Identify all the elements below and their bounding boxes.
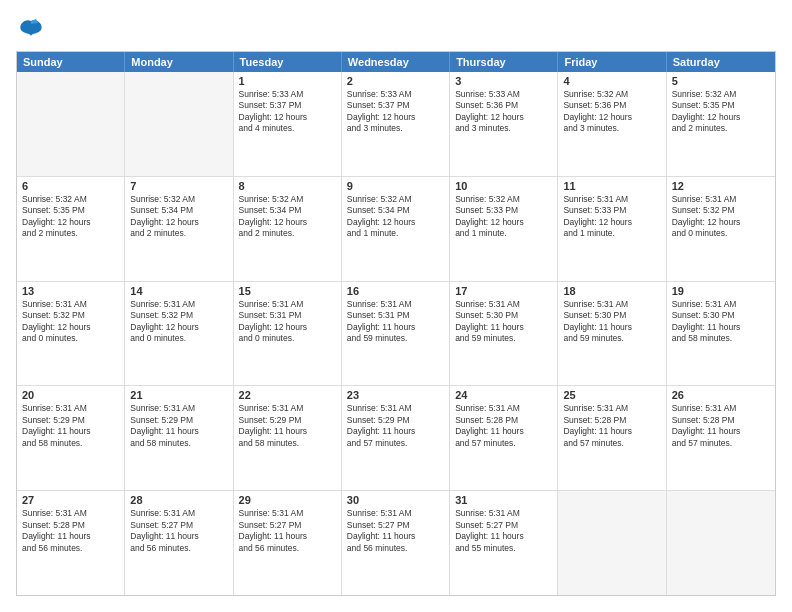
day-number: 25 xyxy=(563,389,660,401)
cell-text: Sunrise: 5:33 AM Sunset: 5:36 PM Dayligh… xyxy=(455,89,552,135)
day-number: 28 xyxy=(130,494,227,506)
calendar-cell: 29Sunrise: 5:31 AM Sunset: 5:27 PM Dayli… xyxy=(234,491,342,595)
day-number: 19 xyxy=(672,285,770,297)
calendar-cell: 10Sunrise: 5:32 AM Sunset: 5:33 PM Dayli… xyxy=(450,177,558,281)
logo-icon xyxy=(16,16,46,41)
day-number: 1 xyxy=(239,75,336,87)
day-number: 16 xyxy=(347,285,444,297)
header-day-friday: Friday xyxy=(558,52,666,72)
calendar: SundayMondayTuesdayWednesdayThursdayFrid… xyxy=(16,51,776,596)
day-number: 31 xyxy=(455,494,552,506)
cell-text: Sunrise: 5:31 AM Sunset: 5:31 PM Dayligh… xyxy=(239,299,336,345)
cell-text: Sunrise: 5:31 AM Sunset: 5:27 PM Dayligh… xyxy=(130,508,227,554)
cell-text: Sunrise: 5:31 AM Sunset: 5:30 PM Dayligh… xyxy=(455,299,552,345)
calendar-row-2: 13Sunrise: 5:31 AM Sunset: 5:32 PM Dayli… xyxy=(17,281,775,386)
day-number: 27 xyxy=(22,494,119,506)
calendar-cell: 9Sunrise: 5:32 AM Sunset: 5:34 PM Daylig… xyxy=(342,177,450,281)
cell-text: Sunrise: 5:31 AM Sunset: 5:29 PM Dayligh… xyxy=(347,403,444,449)
cell-text: Sunrise: 5:32 AM Sunset: 5:34 PM Dayligh… xyxy=(130,194,227,240)
cell-text: Sunrise: 5:32 AM Sunset: 5:34 PM Dayligh… xyxy=(347,194,444,240)
cell-text: Sunrise: 5:31 AM Sunset: 5:30 PM Dayligh… xyxy=(672,299,770,345)
cell-text: Sunrise: 5:32 AM Sunset: 5:36 PM Dayligh… xyxy=(563,89,660,135)
calendar-cell: 16Sunrise: 5:31 AM Sunset: 5:31 PM Dayli… xyxy=(342,282,450,386)
header-day-monday: Monday xyxy=(125,52,233,72)
cell-text: Sunrise: 5:31 AM Sunset: 5:29 PM Dayligh… xyxy=(239,403,336,449)
day-number: 22 xyxy=(239,389,336,401)
day-number: 6 xyxy=(22,180,119,192)
header-day-thursday: Thursday xyxy=(450,52,558,72)
day-number: 29 xyxy=(239,494,336,506)
calendar-cell xyxy=(125,72,233,176)
cell-text: Sunrise: 5:31 AM Sunset: 5:27 PM Dayligh… xyxy=(239,508,336,554)
calendar-cell: 31Sunrise: 5:31 AM Sunset: 5:27 PM Dayli… xyxy=(450,491,558,595)
day-number: 26 xyxy=(672,389,770,401)
calendar-cell: 11Sunrise: 5:31 AM Sunset: 5:33 PM Dayli… xyxy=(558,177,666,281)
calendar-cell: 26Sunrise: 5:31 AM Sunset: 5:28 PM Dayli… xyxy=(667,386,775,490)
cell-text: Sunrise: 5:31 AM Sunset: 5:33 PM Dayligh… xyxy=(563,194,660,240)
calendar-body: 1Sunrise: 5:33 AM Sunset: 5:37 PM Daylig… xyxy=(17,72,775,595)
cell-text: Sunrise: 5:31 AM Sunset: 5:27 PM Dayligh… xyxy=(455,508,552,554)
calendar-cell: 27Sunrise: 5:31 AM Sunset: 5:28 PM Dayli… xyxy=(17,491,125,595)
day-number: 10 xyxy=(455,180,552,192)
cell-text: Sunrise: 5:32 AM Sunset: 5:35 PM Dayligh… xyxy=(22,194,119,240)
cell-text: Sunrise: 5:31 AM Sunset: 5:28 PM Dayligh… xyxy=(563,403,660,449)
day-number: 7 xyxy=(130,180,227,192)
day-number: 15 xyxy=(239,285,336,297)
cell-text: Sunrise: 5:31 AM Sunset: 5:30 PM Dayligh… xyxy=(563,299,660,345)
calendar-cell xyxy=(667,491,775,595)
day-number: 23 xyxy=(347,389,444,401)
cell-text: Sunrise: 5:31 AM Sunset: 5:31 PM Dayligh… xyxy=(347,299,444,345)
calendar-cell: 19Sunrise: 5:31 AM Sunset: 5:30 PM Dayli… xyxy=(667,282,775,386)
calendar-cell: 14Sunrise: 5:31 AM Sunset: 5:32 PM Dayli… xyxy=(125,282,233,386)
calendar-cell: 21Sunrise: 5:31 AM Sunset: 5:29 PM Dayli… xyxy=(125,386,233,490)
calendar-cell: 5Sunrise: 5:32 AM Sunset: 5:35 PM Daylig… xyxy=(667,72,775,176)
cell-text: Sunrise: 5:31 AM Sunset: 5:32 PM Dayligh… xyxy=(672,194,770,240)
calendar-cell: 12Sunrise: 5:31 AM Sunset: 5:32 PM Dayli… xyxy=(667,177,775,281)
day-number: 9 xyxy=(347,180,444,192)
cell-text: Sunrise: 5:31 AM Sunset: 5:28 PM Dayligh… xyxy=(22,508,119,554)
day-number: 13 xyxy=(22,285,119,297)
cell-text: Sunrise: 5:31 AM Sunset: 5:27 PM Dayligh… xyxy=(347,508,444,554)
cell-text: Sunrise: 5:33 AM Sunset: 5:37 PM Dayligh… xyxy=(347,89,444,135)
cell-text: Sunrise: 5:31 AM Sunset: 5:32 PM Dayligh… xyxy=(22,299,119,345)
header-day-tuesday: Tuesday xyxy=(234,52,342,72)
calendar-cell: 6Sunrise: 5:32 AM Sunset: 5:35 PM Daylig… xyxy=(17,177,125,281)
calendar-row-0: 1Sunrise: 5:33 AM Sunset: 5:37 PM Daylig… xyxy=(17,72,775,176)
calendar-cell: 15Sunrise: 5:31 AM Sunset: 5:31 PM Dayli… xyxy=(234,282,342,386)
day-number: 4 xyxy=(563,75,660,87)
header xyxy=(16,16,776,41)
calendar-cell: 17Sunrise: 5:31 AM Sunset: 5:30 PM Dayli… xyxy=(450,282,558,386)
logo xyxy=(16,16,50,41)
calendar-cell: 28Sunrise: 5:31 AM Sunset: 5:27 PM Dayli… xyxy=(125,491,233,595)
calendar-row-1: 6Sunrise: 5:32 AM Sunset: 5:35 PM Daylig… xyxy=(17,176,775,281)
calendar-header: SundayMondayTuesdayWednesdayThursdayFrid… xyxy=(17,52,775,72)
cell-text: Sunrise: 5:32 AM Sunset: 5:34 PM Dayligh… xyxy=(239,194,336,240)
day-number: 11 xyxy=(563,180,660,192)
day-number: 5 xyxy=(672,75,770,87)
day-number: 24 xyxy=(455,389,552,401)
cell-text: Sunrise: 5:31 AM Sunset: 5:28 PM Dayligh… xyxy=(672,403,770,449)
calendar-cell: 25Sunrise: 5:31 AM Sunset: 5:28 PM Dayli… xyxy=(558,386,666,490)
calendar-cell: 22Sunrise: 5:31 AM Sunset: 5:29 PM Dayli… xyxy=(234,386,342,490)
calendar-cell xyxy=(17,72,125,176)
calendar-cell: 20Sunrise: 5:31 AM Sunset: 5:29 PM Dayli… xyxy=(17,386,125,490)
day-number: 20 xyxy=(22,389,119,401)
calendar-cell: 1Sunrise: 5:33 AM Sunset: 5:37 PM Daylig… xyxy=(234,72,342,176)
cell-text: Sunrise: 5:31 AM Sunset: 5:29 PM Dayligh… xyxy=(22,403,119,449)
calendar-cell: 2Sunrise: 5:33 AM Sunset: 5:37 PM Daylig… xyxy=(342,72,450,176)
calendar-cell: 3Sunrise: 5:33 AM Sunset: 5:36 PM Daylig… xyxy=(450,72,558,176)
cell-text: Sunrise: 5:32 AM Sunset: 5:35 PM Dayligh… xyxy=(672,89,770,135)
calendar-row-3: 20Sunrise: 5:31 AM Sunset: 5:29 PM Dayli… xyxy=(17,385,775,490)
calendar-cell xyxy=(558,491,666,595)
day-number: 30 xyxy=(347,494,444,506)
calendar-row-4: 27Sunrise: 5:31 AM Sunset: 5:28 PM Dayli… xyxy=(17,490,775,595)
day-number: 17 xyxy=(455,285,552,297)
cell-text: Sunrise: 5:31 AM Sunset: 5:32 PM Dayligh… xyxy=(130,299,227,345)
day-number: 12 xyxy=(672,180,770,192)
calendar-cell: 8Sunrise: 5:32 AM Sunset: 5:34 PM Daylig… xyxy=(234,177,342,281)
header-day-saturday: Saturday xyxy=(667,52,775,72)
calendar-cell: 7Sunrise: 5:32 AM Sunset: 5:34 PM Daylig… xyxy=(125,177,233,281)
cell-text: Sunrise: 5:31 AM Sunset: 5:29 PM Dayligh… xyxy=(130,403,227,449)
day-number: 18 xyxy=(563,285,660,297)
day-number: 14 xyxy=(130,285,227,297)
